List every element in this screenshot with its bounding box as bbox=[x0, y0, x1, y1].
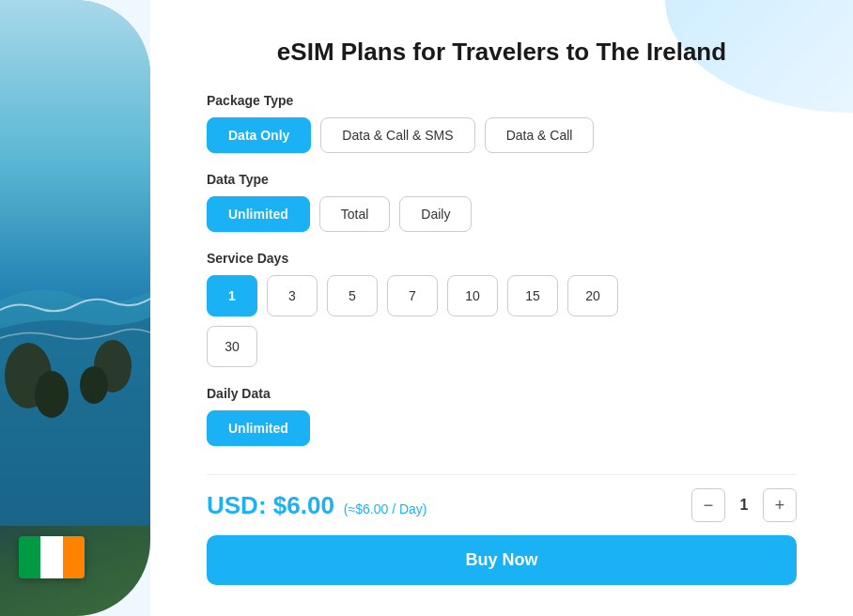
day-btn-7[interactable]: 7 bbox=[387, 275, 438, 316]
flag-orange-stripe bbox=[63, 536, 85, 578]
daily-data-section: Daily Data Unlimited bbox=[207, 386, 797, 446]
price-display: USD: $6.00 (≈$6.00 / Day) bbox=[207, 491, 426, 520]
price-per-day: (≈$6.00 / Day) bbox=[344, 501, 427, 516]
pricing-row: USD: $6.00 (≈$6.00 / Day) − 1 + bbox=[207, 474, 797, 522]
left-panel bbox=[0, 0, 150, 616]
package-data-call-sms-btn[interactable]: Data & Call & SMS bbox=[320, 117, 474, 153]
day-btn-10[interactable]: 10 bbox=[447, 275, 498, 316]
service-days-row2: 30 bbox=[207, 326, 797, 367]
price-amount: USD: $6.00 bbox=[207, 491, 334, 520]
daily-data-label: Daily Data bbox=[207, 386, 797, 401]
day-btn-1[interactable]: 1 bbox=[207, 275, 257, 316]
data-type-options: Unlimited Total Daily bbox=[207, 196, 797, 232]
svg-point-4 bbox=[80, 366, 108, 404]
data-type-section: Data Type Unlimited Total Daily bbox=[207, 172, 797, 232]
ireland-flag bbox=[19, 536, 85, 578]
price-value: $6.00 bbox=[273, 491, 334, 519]
quantity-increase-btn[interactable]: + bbox=[763, 488, 797, 522]
flag-green-stripe bbox=[19, 536, 40, 578]
service-days-options: 1 3 5 7 10 15 20 bbox=[207, 275, 797, 316]
quantity-value: 1 bbox=[733, 497, 755, 514]
package-type-label: Package Type bbox=[207, 93, 797, 108]
package-data-only-btn[interactable]: Data Only bbox=[207, 117, 311, 153]
ocean-background bbox=[0, 0, 150, 616]
day-btn-20[interactable]: 20 bbox=[567, 275, 618, 316]
quantity-decrease-btn[interactable]: − bbox=[691, 488, 725, 522]
package-type-section: Package Type Data Only Data & Call & SMS… bbox=[207, 93, 797, 153]
daily-data-unlimited-btn[interactable]: Unlimited bbox=[207, 410, 310, 446]
day-btn-5[interactable]: 5 bbox=[327, 275, 378, 316]
svg-point-2 bbox=[35, 371, 69, 418]
day-btn-15[interactable]: 15 bbox=[507, 275, 558, 316]
data-type-total-btn[interactable]: Total bbox=[319, 196, 391, 232]
data-type-unlimited-btn[interactable]: Unlimited bbox=[207, 196, 310, 232]
right-panel: eSIM Plans for Travelers to The Ireland … bbox=[150, 0, 853, 616]
day-btn-3[interactable]: 3 bbox=[267, 275, 318, 316]
service-days-label: Service Days bbox=[207, 251, 797, 266]
data-type-label: Data Type bbox=[207, 172, 797, 187]
day-btn-30[interactable]: 30 bbox=[207, 326, 257, 367]
package-data-call-btn[interactable]: Data & Call bbox=[485, 117, 595, 153]
package-type-options: Data Only Data & Call & SMS Data & Call bbox=[207, 117, 797, 153]
flag-white-stripe bbox=[40, 536, 62, 578]
quantity-control: − 1 + bbox=[691, 488, 797, 522]
buy-now-btn[interactable]: Buy Now bbox=[207, 535, 797, 585]
page-title: eSIM Plans for Travelers to The Ireland bbox=[207, 38, 797, 67]
data-type-daily-btn[interactable]: Daily bbox=[399, 196, 472, 232]
price-currency: USD: bbox=[207, 491, 273, 519]
service-days-section: Service Days 1 3 5 7 10 15 20 30 bbox=[207, 251, 797, 367]
daily-data-options: Unlimited bbox=[207, 410, 797, 446]
buy-now-row: Buy Now bbox=[207, 535, 797, 585]
